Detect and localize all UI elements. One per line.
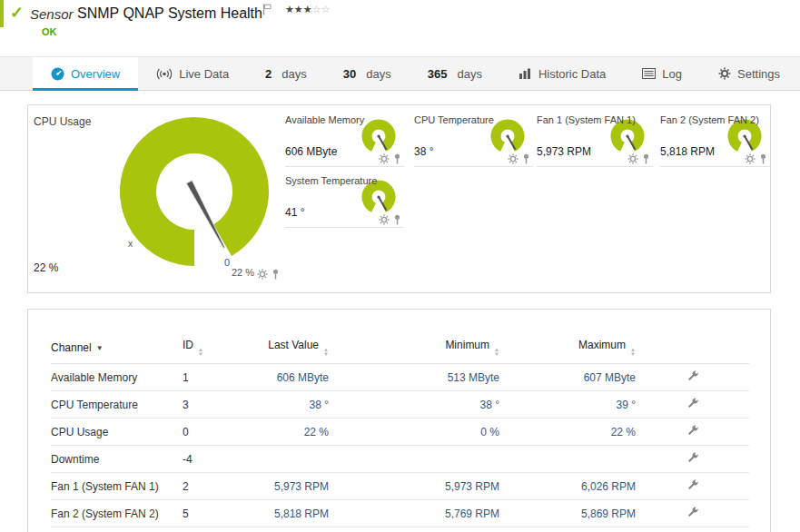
tab-label: days — [457, 67, 481, 81]
tab-settings[interactable]: Settings — [700, 57, 798, 90]
mini-gauge-fan-1: Fan 1 (System FAN 1) 5,973 RPM — [537, 113, 653, 167]
tab-log[interactable]: Log — [624, 57, 700, 90]
status-color-strip — [0, 0, 4, 27]
overview-gauge-icon — [51, 67, 64, 81]
mini-gauge-value: 38 ° — [414, 145, 433, 158]
status-badge: OK — [42, 26, 57, 37]
channel-name[interactable]: System Temperature — [51, 527, 183, 532]
col-header-minimum[interactable]: Minimum▲▼ — [329, 333, 499, 364]
mini-gauge-value: 41 ° — [285, 206, 304, 219]
mini-gauge-label: Available Memory — [285, 114, 364, 125]
channel-name[interactable]: Fan 1 (System FAN 1) — [51, 473, 183, 500]
col-header-channel[interactable]: Channel▼ — [51, 333, 183, 364]
channel-id: 0 — [183, 419, 260, 446]
tab-live-data[interactable]: Live Data — [138, 57, 247, 90]
channel-name[interactable]: CPU Usage — [51, 419, 183, 446]
channel-id: 1 — [183, 364, 260, 391]
stars-empty: ☆☆ — [312, 4, 331, 15]
gauge-gear-icon[interactable] — [508, 153, 519, 164]
gauge-gear-icon[interactable] — [379, 153, 390, 164]
channel-name[interactable]: Available Memory — [51, 364, 183, 391]
max-value: 22 % — [499, 419, 636, 446]
tab-label: Settings — [737, 67, 780, 81]
tab-2-days[interactable]: 2 days — [247, 57, 325, 90]
tab-overview[interactable]: Overview — [33, 57, 138, 90]
sort-caret-icon: ▼ — [96, 344, 104, 352]
min-value: 38 ° — [329, 391, 499, 419]
priority-flag-icon[interactable] — [262, 3, 272, 19]
mini-gauge-fan-2: Fan 2 (System FAN 2) 5,818 RPM — [660, 113, 770, 167]
channel-settings-button[interactable] — [636, 446, 749, 473]
tab-365-days[interactable]: 365 days — [410, 57, 500, 90]
gauge-gear-icon[interactable] — [745, 153, 756, 164]
gauges-panel: CPU Usage x 22 % 0 22 % Available Memory — [27, 104, 771, 293]
tab-day-number: 2 — [265, 67, 272, 81]
gauge-dial — [359, 118, 399, 158]
min-value — [329, 446, 499, 473]
max-value: 5,869 RPM — [499, 500, 636, 527]
gauge-pin-icon[interactable] — [393, 214, 401, 225]
primary-gauge-label: CPU Usage — [34, 115, 91, 128]
status-check-icon: ✓ — [10, 3, 24, 23]
col-header-id[interactable]: ID▲▼ — [183, 333, 260, 364]
channel-settings-button[interactable] — [636, 419, 749, 446]
channel-settings-button[interactable] — [636, 391, 749, 419]
channel-settings-button[interactable] — [636, 473, 749, 500]
log-list-icon — [642, 68, 656, 79]
table-row: System Temperature 4 41 ° 41 ° 41 ° — [51, 527, 749, 532]
gauge-gear-icon[interactable] — [379, 214, 390, 225]
tab-day-number: 365 — [428, 67, 448, 81]
sort-arrows-icon: ▲▼ — [323, 348, 329, 356]
sort-arrows-icon: ▲▼ — [630, 348, 636, 356]
mini-gauge-label: System Temperature — [285, 175, 377, 186]
channel-settings-button[interactable] — [636, 500, 749, 527]
col-header-label: Last Value — [268, 339, 319, 351]
min-value: 41 ° — [329, 527, 499, 532]
col-header-last-value[interactable]: Last Value▲▼ — [260, 333, 329, 364]
last-value: 606 MByte — [260, 364, 329, 391]
gauge-scale-max: 22 % — [232, 267, 254, 278]
gauge-pin-icon[interactable] — [759, 153, 767, 164]
max-value: 41 ° — [499, 527, 636, 532]
last-value: 38 ° — [260, 391, 329, 419]
tab-30-days[interactable]: 30 days — [325, 57, 410, 90]
gauge-pin-icon[interactable] — [642, 153, 650, 164]
mini-gauge-value: 5,818 RPM — [660, 145, 715, 158]
wrench-icon — [686, 424, 699, 437]
mini-gauge-system-temperature: System Temperature 41 ° — [285, 173, 404, 228]
tab-historic-data[interactable]: Historic Data — [500, 57, 624, 90]
gauge-gear-icon[interactable] — [627, 153, 638, 164]
channel-name[interactable]: Fan 2 (System FAN 2) — [51, 500, 183, 527]
channel-id: -4 — [183, 446, 260, 473]
gauge-gear-icon[interactable] — [257, 269, 268, 280]
wrench-icon — [686, 397, 699, 409]
tab-day-number: 30 — [343, 67, 356, 81]
table-row: CPU Usage 0 22 % 0 % 22 % — [51, 419, 749, 446]
channel-table: Channel▼ ID▲▼ Last Value▲▼ Minimum▲▼ Max… — [51, 333, 749, 532]
channel-settings-button[interactable] — [636, 527, 749, 532]
col-header-maximum[interactable]: Maximum▲▼ — [499, 333, 636, 364]
priority-stars[interactable]: ★★★☆☆ — [285, 4, 330, 15]
min-value: 513 MByte — [329, 364, 499, 391]
gauge-pin-icon[interactable] — [522, 153, 530, 164]
cpu-usage-gauge-dial — [108, 114, 281, 278]
mini-gauge-available-memory: Available Memory 606 MByte — [285, 113, 404, 167]
tab-bar: Overview Live Data 2 days 30 days 365 da… — [0, 56, 800, 91]
page-title: SNMP QNAP System Health — [77, 5, 262, 22]
sort-arrows-icon: ▲▼ — [494, 348, 499, 356]
col-header-label: Channel — [51, 341, 92, 354]
sort-arrows-icon: ▲▼ — [198, 348, 203, 356]
channel-settings-button[interactable] — [636, 364, 749, 391]
mini-gauge-value: 606 MByte — [285, 145, 337, 158]
channel-name[interactable]: Downtime — [51, 446, 183, 473]
wrench-icon — [686, 478, 699, 491]
col-header-label: ID — [183, 339, 193, 351]
mini-gauge-value: 5,973 RPM — [537, 145, 591, 158]
table-row: Fan 2 (System FAN 2) 5 5,818 RPM 5,769 R… — [51, 500, 749, 527]
channel-name[interactable]: CPU Temperature — [51, 391, 183, 419]
gauge-pin-icon[interactable] — [393, 153, 401, 164]
table-row: Fan 1 (System FAN 1) 2 5,973 RPM 5,973 R… — [51, 473, 749, 500]
col-header-settings — [636, 333, 749, 364]
bar-chart-icon — [519, 68, 532, 79]
gauge-pin-icon[interactable] — [272, 269, 280, 280]
